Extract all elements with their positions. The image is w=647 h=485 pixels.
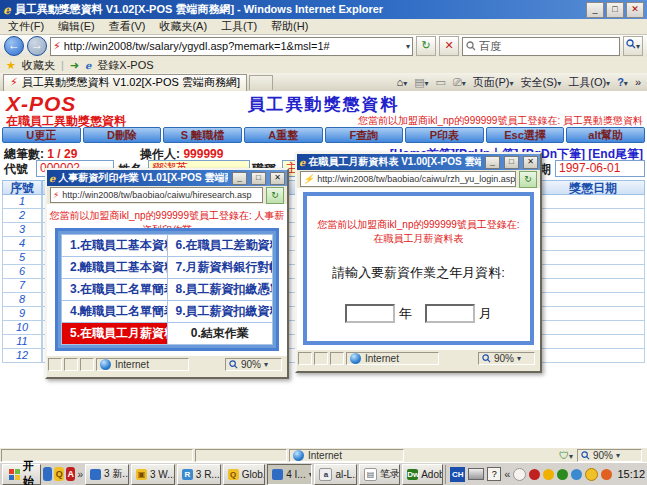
menu-file[interactable]: 文件(F): [8, 19, 44, 34]
menu-favorites[interactable]: 收藏夹(A): [159, 19, 207, 34]
go-icon[interactable]: ↻: [266, 187, 284, 204]
menu-item-4[interactable]: 4.離職員工名單簡表列表: [62, 301, 167, 322]
help-icon[interactable]: ?▾: [617, 76, 628, 88]
clock[interactable]: 15:12: [617, 468, 645, 480]
close-button[interactable]: ✕: [626, 2, 644, 18]
taskbar-button[interactable]: aal-L...: [314, 464, 357, 485]
address-url[interactable]: http://win2008/tw/salary/ygydl.asp?memar…: [64, 40, 403, 52]
home-icon[interactable]: ⌂▾: [397, 76, 408, 88]
add-favorite-icon[interactable]: ➜: [70, 59, 79, 72]
hiredate-field[interactable]: 1997-06-01: [555, 160, 645, 177]
zoom-control[interactable]: 90%▾: [577, 449, 642, 462]
maximize-button[interactable]: □: [606, 2, 624, 18]
tray-notepad-icon[interactable]: [513, 468, 526, 481]
menu-view[interactable]: 查看(V): [109, 19, 146, 34]
favorites-label[interactable]: 收藏夹: [22, 58, 55, 73]
address-url[interactable]: ⚡ http://win2008/tw/baobiao/caiwu/hirese…: [50, 187, 263, 203]
go-icon[interactable]: ↻: [519, 171, 537, 188]
update-button[interactable]: U更正: [2, 127, 81, 143]
code-label: 代號: [4, 161, 28, 178]
minimize-button[interactable]: _: [232, 172, 247, 185]
taskbar-button[interactable]: e3 新...▾: [85, 464, 129, 485]
menu-item-7[interactable]: 7.月薪資料銀行對帳列表: [168, 257, 273, 278]
mail-icon[interactable]: ▭: [436, 76, 446, 89]
year-month-inputs: 年 月: [307, 304, 530, 323]
tray-security-icon[interactable]: [585, 468, 598, 481]
refresh-icon[interactable]: ↻: [416, 36, 436, 56]
forward-icon[interactable]: →: [27, 36, 47, 56]
page-menu[interactable]: 页面(P)▾: [473, 75, 514, 90]
print-window-statusbar: Internet 90%▾: [47, 355, 287, 373]
search-go-icon[interactable]: ▾: [623, 36, 643, 56]
taskbar-button[interactable]: DwAdob...: [402, 464, 443, 485]
address-bar[interactable]: ⚡ http://win2008/tw/salary/ygydl.asp?mem…: [50, 37, 413, 56]
tray-shield-green-icon[interactable]: [557, 469, 568, 480]
search-input[interactable]: 百度: [462, 37, 620, 56]
quicklaunch-ie-icon[interactable]: e: [43, 467, 52, 481]
minimize-button[interactable]: _: [586, 2, 604, 18]
taskbar: 开始 e Q A » e3 新...▾ ▣3 W...▾ R3 R...▾ QG…: [0, 462, 647, 485]
quicklaunch-app-icon[interactable]: A: [66, 467, 75, 481]
menu-item-1[interactable]: 1.在職員工基本資料列表: [62, 235, 167, 256]
favorites-link-xpos[interactable]: 登錄X-POS: [97, 58, 153, 73]
maximize-button[interactable]: □: [251, 172, 266, 185]
tray-update-icon[interactable]: [601, 469, 612, 480]
print-button[interactable]: P印表: [405, 127, 484, 143]
menu-item-6[interactable]: 6.在職員工差勤資料列表: [168, 235, 273, 256]
safety-menu[interactable]: 安全(S)▾: [521, 75, 562, 90]
quicklaunch-more-icon[interactable]: »: [77, 469, 83, 480]
tray-star-icon[interactable]: [543, 469, 554, 480]
zoom-control[interactable]: 90%▾: [478, 352, 535, 365]
menu-item-3[interactable]: 3.在職員工名單簡表列表: [62, 279, 167, 300]
menu-item-0-exit[interactable]: 0.結束作業: [168, 323, 273, 344]
menu-item-2[interactable]: 2.離職員工基本資料列表: [62, 257, 167, 278]
address-url[interactable]: ⚡ http://win2008/tw/baobiao/caiwu/rzh_yu…: [300, 171, 516, 187]
menu-edit[interactable]: 编辑(E): [58, 19, 95, 34]
year-input[interactable]: [345, 304, 395, 323]
feed-icon[interactable]: ▤▾: [414, 76, 428, 89]
collapse-tray-icon[interactable]: «: [504, 468, 510, 480]
taskbar-button[interactable]: R3 R...▾: [177, 464, 221, 485]
taskbar-button[interactable]: ▤笔录...: [359, 464, 400, 485]
delete-button[interactable]: D刪除: [83, 127, 162, 143]
taskbar-button[interactable]: QGlob...: [223, 464, 266, 485]
menu-help[interactable]: 帮助(H): [271, 19, 308, 34]
tools-menu[interactable]: 工具(O)▾: [568, 75, 610, 90]
taskbar-button-active[interactable]: e4 I...▾: [267, 464, 312, 485]
esc-select-button[interactable]: Esc選擇: [486, 127, 565, 143]
menu-tools[interactable]: 工具(T): [221, 19, 257, 34]
rebuild-button[interactable]: A重整: [244, 127, 323, 143]
zoom-control[interactable]: 90%▾: [225, 358, 282, 371]
star-icon[interactable]: ★: [6, 59, 16, 72]
menu-item-5-selected[interactable]: 5.在職員工月薪資料列表: [62, 323, 167, 344]
language-indicator[interactable]: CH: [450, 467, 465, 482]
back-icon[interactable]: ←: [4, 36, 24, 56]
month-input[interactable]: [425, 304, 475, 323]
table-header-award-date: 獎懲日期: [541, 180, 645, 195]
print-icon[interactable]: ⎚▾: [453, 76, 466, 89]
start-button[interactable]: 开始: [2, 464, 41, 485]
tray-msn-icon[interactable]: [571, 469, 582, 480]
stop-icon[interactable]: ✕: [439, 36, 459, 56]
menu-item-8[interactable]: 8.員工薪資扣繳憑單列表: [168, 279, 273, 300]
help-tray-icon[interactable]: ?: [487, 467, 501, 481]
query-button[interactable]: F查詢: [325, 127, 404, 143]
close-button[interactable]: ✕: [270, 172, 285, 185]
close-button[interactable]: ✕: [523, 156, 538, 169]
globe-icon: [293, 450, 304, 461]
maximize-button[interactable]: □: [504, 156, 519, 169]
help-button[interactable]: alt幫助: [566, 127, 645, 143]
tray-qq-icon[interactable]: [529, 469, 540, 480]
chevron-more-icon[interactable]: »: [635, 76, 641, 88]
protected-mode-icon[interactable]: 🛡▾: [559, 450, 573, 461]
tab-active[interactable]: ⚡ 員工異動獎懲資料 V1.02[X-POS 雲端商務網]: [3, 74, 247, 91]
printer-tray-icon[interactable]: [468, 468, 484, 480]
taskbar-button[interactable]: ▣3 W...▾: [131, 464, 175, 485]
resign-file-button[interactable]: S 離職檔: [163, 127, 242, 143]
tab-favicon-icon: ⚡: [10, 76, 18, 89]
quicklaunch-qq-icon[interactable]: Q: [54, 467, 63, 481]
menu-item-9[interactable]: 9.員工薪資扣繳資料列表: [168, 301, 273, 322]
address-dropdown-icon[interactable]: ▾: [406, 42, 410, 51]
minimize-button[interactable]: _: [485, 156, 500, 169]
new-tab-button[interactable]: [249, 75, 273, 90]
